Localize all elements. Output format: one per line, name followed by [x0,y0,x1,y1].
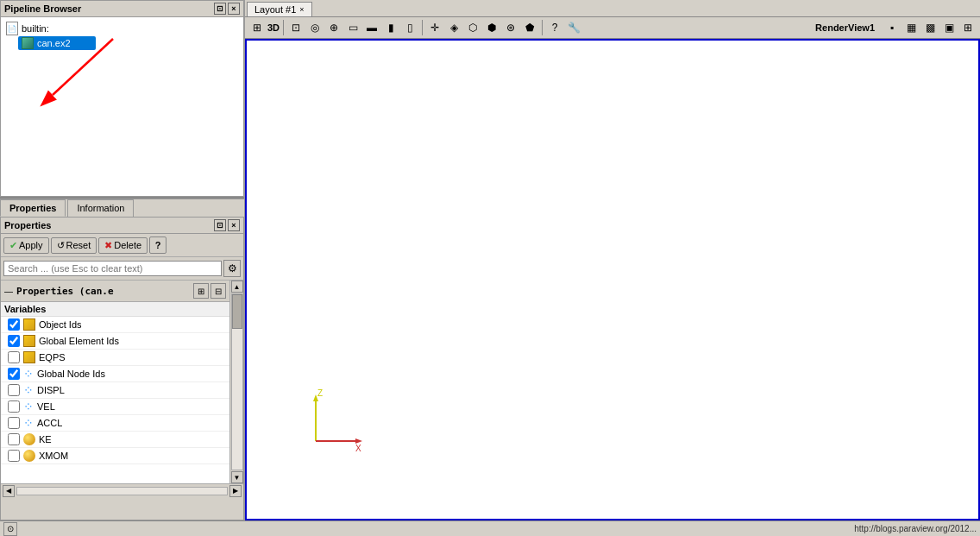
search-input[interactable] [3,261,222,276]
apply-icon: ✔ [9,240,17,251]
pipeline-browser-title: Pipeline Browser ⊡ × [0,0,244,16]
toolbar-btn-select[interactable]: ▭ [344,19,361,36]
var-checkbox-global-element-ids[interactable] [8,335,20,347]
var-checkbox-eqps[interactable] [8,351,20,363]
properties-body: ✔ Apply ↺ Reset ✖ Delete ? [0,233,244,520]
toolbar-btn-stream[interactable]: ⬢ [483,19,500,36]
list-item[interactable]: EQPS [1,350,229,366]
scroll-down-arrow[interactable]: ▼ [231,471,243,483]
apply-button[interactable]: ✔ Apply [3,237,49,254]
var-checkbox-ke[interactable] [8,433,20,445]
toolbar-btn-select4[interactable]: ▯ [401,19,418,36]
var-icon-accl: ⁘ [23,417,34,429]
panel-tabs: Properties Information [0,199,244,217]
properties-close[interactable]: × [228,219,240,231]
toolbar-btn-1[interactable]: ⊞ [248,19,266,36]
layout-tab[interactable]: Layout #1 × [247,2,312,16]
layout-btn-4[interactable]: ▣ [940,19,958,36]
pipeline-tree-file[interactable]: can.ex2 [18,36,96,50]
toolbar-btn-select3[interactable]: ▮ [382,19,399,36]
toolbar-btn-probe[interactable]: ◈ [445,19,462,36]
list-item[interactable]: ⁘ ACCL [1,415,229,432]
toolbar-btn-debug[interactable]: 🔧 [565,19,582,36]
variables-list: Variables Object Ids [1,302,229,483]
pipeline-browser-content: 📄 builtin: can.ex2 [0,16,244,197]
layout-btn-5[interactable]: ⊞ [959,19,977,36]
toolbar-btn-select2[interactable]: ▬ [363,19,380,36]
pipeline-browser-close[interactable]: × [228,3,240,15]
var-checkbox-object-ids[interactable] [8,318,20,331]
props-toolbar: ✔ Apply ↺ Reset ✖ Delete ? [1,234,243,257]
toolbar-3d-label: 3D [267,22,280,33]
scroll-track[interactable] [231,293,243,470]
coordinate-axes: Z X [298,389,368,458]
hscroll-track[interactable] [16,487,228,495]
toolbar-btn-zoom[interactable]: ⊕ [325,19,342,36]
search-row: ⚙ [1,257,243,281]
list-item[interactable]: Global Element Ids [1,333,229,350]
right-panel: Layout #1 × ⊞ 3D ⊡ ◎ ⊕ ▭ ▬ ▮ ▯ ✛ ◈ ⬡ [245,0,980,520]
list-item[interactable]: ⁘ DISPL [1,382,229,399]
tab-bar: Layout #1 × [245,0,980,17]
reset-button[interactable]: ↺ Reset [51,237,97,254]
var-checkbox-global-node-ids[interactable] [8,368,20,380]
file-cube-icon [22,37,34,49]
toolbar-btn-ruler[interactable]: ⬡ [464,19,481,36]
layout-btn-3[interactable]: ▩ [921,19,939,36]
scroll-up-arrow[interactable]: ▲ [231,281,243,293]
hscroll-right[interactable]: ▶ [229,485,242,497]
render-view-label: RenderView1 [815,22,875,33]
search-gear-button[interactable]: ⚙ [223,260,241,277]
var-icon-displ: ⁘ [23,384,34,396]
render-view[interactable]: Z X [245,39,980,520]
delete-button[interactable]: ✖ Delete [98,237,148,254]
section-collapse-icon[interactable]: — [4,287,13,296]
properties-section-header: — Properties (can.e ⊞ ⊟ [1,281,229,302]
list-item[interactable]: Object Ids [1,317,229,333]
svg-text:Z: Z [317,389,323,398]
status-center-icon[interactable]: ⊙ [3,522,17,536]
layout-btn-1[interactable]: ▪ [883,19,901,36]
toolbar-btn-orientation[interactable]: ⊛ [502,19,519,36]
view-toolbar: ⊞ 3D ⊡ ◎ ⊕ ▭ ▬ ▮ ▯ ✛ ◈ ⬡ ⬢ ⊛ ⬟ ? 🔧 R [245,17,980,39]
pipeline-tree-root[interactable]: 📄 builtin: [4,21,240,36]
toolbar-btn-reset-camera[interactable]: ⊡ [287,19,305,36]
toolbar-btn-help[interactable]: ? [546,19,563,36]
layout-btn-2[interactable]: ▦ [902,19,920,36]
status-url-text: http://blogs.paraview.org/2012... [854,524,977,533]
status-bar: ⊙ http://blogs.paraview.org/2012... [0,520,980,536]
var-icon-xmom [23,450,35,462]
var-checkbox-accl[interactable] [8,417,20,429]
list-item[interactable]: ⁘ VEL [1,399,229,415]
var-icon-global-element-ids [23,335,35,347]
toolbar-btn-color[interactable]: ⬟ [521,19,538,36]
help-button[interactable]: ? [149,236,166,254]
var-checkbox-displ[interactable] [8,384,20,396]
tab-information[interactable]: Information [67,199,134,217]
toolbar-btn-pick[interactable]: ✛ [426,19,443,36]
tab-close-icon[interactable]: × [299,5,304,14]
tab-properties[interactable]: Properties [0,199,66,217]
properties-undock[interactable]: ⊡ [214,219,226,231]
horizontal-scrollbar[interactable]: ◀ ▶ [1,483,243,497]
var-checkbox-xmom[interactable] [8,450,20,462]
toolbar-separator-3 [542,20,543,35]
svg-text:X: X [355,444,361,453]
hscroll-left[interactable]: ◀ [3,485,15,497]
var-checkbox-vel[interactable] [8,400,20,413]
properties-header: Properties ⊡ × [0,217,244,233]
toolbar-separator-2 [422,20,423,35]
section-icon-copy[interactable]: ⊞ [193,283,209,299]
pipeline-browser-undock[interactable]: ⊡ [214,3,226,15]
var-icon-global-node-ids: ⁘ [23,368,34,380]
scroll-thumb[interactable] [232,294,242,329]
delete-icon: ✖ [104,240,112,251]
page-icon: 📄 [6,22,18,35]
section-icon-paste[interactable]: ⊟ [210,283,226,299]
list-item[interactable]: XMOM [1,448,229,464]
toolbar-btn-camera[interactable]: ◎ [306,19,324,36]
list-item[interactable]: KE [1,432,229,448]
var-icon-vel: ⁘ [23,400,34,413]
properties-scrollbar[interactable]: ▲ ▼ [229,281,243,483]
list-item[interactable]: ⁘ Global Node Ids [1,366,229,382]
